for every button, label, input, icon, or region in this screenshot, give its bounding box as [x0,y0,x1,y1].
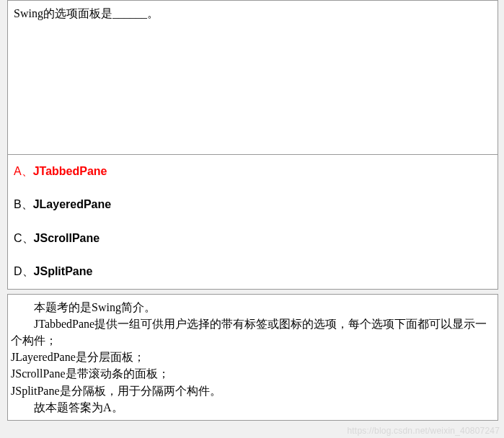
question-text: Swing的选项面板是______。 [14,7,159,19]
option-c-value: JScrollPane [34,232,100,244]
explanation-line-4: JScrollPane是带滚动条的面板； [11,365,495,382]
question-panel: Swing的选项面板是______。 [7,0,498,155]
explanation-line-3: JLayeredPane是分层面板； [11,349,495,365]
options-panel: A、JTabbedPane B、JLayeredPane C、JScrollPa… [7,155,498,290]
explanation-line-6: 故本题答案为A。 [11,399,495,416]
watermark-text: https://blog.csdn.net/weixin_40807247 [347,426,500,436]
explanation-panel: 本题考的是Swing简介。 JTabbedPane提供一组可供用户选择的带有标签… [7,294,498,421]
option-a-value: JTabbedPane [33,165,107,177]
option-b-label: B、 [14,198,33,210]
option-d-value: JSplitPane [34,265,93,277]
option-a-label: A、 [14,165,33,177]
explanation-line-5: JSplitPane是分隔板，用于分隔两个构件。 [11,383,495,399]
option-b-value: JLayeredPane [33,198,112,210]
option-b: B、JLayeredPane [14,197,492,213]
option-c: C、JScrollPane [14,231,492,246]
explanation-line-2: JTabbedPane提供一组可供用户选择的带有标签或图标的选项，每个选项下面都… [11,316,495,349]
option-d: D、JSplitPane [14,264,492,280]
option-a: A、JTabbedPane [14,164,492,179]
option-c-label: C、 [14,232,34,244]
explanation-line-1: 本题考的是Swing简介。 [11,299,495,316]
option-d-label: D、 [14,265,34,277]
